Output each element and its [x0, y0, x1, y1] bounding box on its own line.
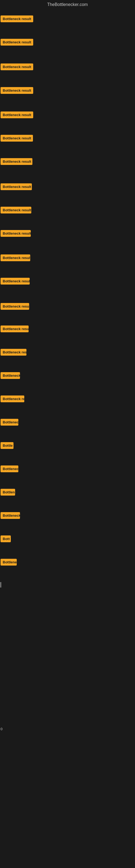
bottleneck-item: Bottleneck result	[1, 16, 33, 23]
bottleneck-badge: Bottleneck result	[1, 135, 33, 142]
bottleneck-item: Bottleneck result	[1, 207, 31, 215]
bottleneck-badge: Bottleneck result	[1, 63, 33, 70]
bottleneck-item: Bottlene	[1, 559, 17, 567]
cursor-line	[1, 582, 1, 588]
bottleneck-badge: Bottlenec	[1, 419, 18, 426]
bottleneck-item: Bottlen	[1, 489, 15, 497]
bottleneck-badge: Bottleneck result	[1, 278, 30, 284]
bottleneck-item: Bottleneck result	[1, 183, 32, 191]
bottleneck-item: Bottle	[1, 442, 13, 450]
bottleneck-item: Bottleneck result	[1, 230, 31, 238]
bottleneck-badge: Bott	[1, 535, 11, 542]
bottleneck-item: Bottlenec	[1, 465, 18, 473]
bottleneck-item: Bottleneck result	[1, 158, 32, 166]
bottleneck-badge: Bottleneck result	[1, 16, 33, 22]
bottleneck-badge: Bottleneck resu	[1, 349, 27, 355]
bottleneck-item: Bottleneck result	[1, 278, 30, 286]
bottleneck-item: Bottleneck result	[1, 135, 33, 143]
bottleneck-badge: Bottleneck result	[1, 39, 33, 45]
bottleneck-item: Bottleneck result	[1, 63, 33, 71]
bottleneck-badge: Bottleneck result	[1, 254, 30, 261]
bottleneck-item: Bott	[1, 535, 11, 543]
bottleneck-item: Bottleneck	[1, 372, 20, 380]
bottleneck-item: Bottleneck result	[1, 326, 29, 333]
bottleneck-badge: Bottleneck result	[1, 207, 31, 214]
bottleneck-item: Bottleneck result	[1, 112, 33, 119]
bottleneck-badge: Bottleneck	[1, 372, 20, 379]
bottleneck-badge: Bottleneck	[1, 512, 20, 519]
bottleneck-badge: Bottlene	[1, 559, 17, 565]
bottleneck-item: Bottleneck re	[1, 396, 24, 403]
bottleneck-badge: Bottleneck result	[1, 112, 33, 118]
site-title: TheBottlenecker.com	[0, 0, 135, 10]
bottleneck-badge: Bottleneck result	[1, 158, 32, 165]
bottleneck-badge: Bottleneck result	[1, 326, 29, 332]
bottleneck-item: Bottlenec	[1, 419, 18, 427]
bottleneck-item: Bottleneck resu	[1, 349, 27, 357]
bottleneck-badge: Bottlenec	[1, 465, 18, 472]
bottleneck-item: Bottleneck result	[1, 87, 33, 95]
bottleneck-item: Bottleneck result	[1, 254, 30, 262]
bottleneck-badge: Bottleneck result	[1, 230, 31, 237]
bottleneck-badge: Bottleneck result	[1, 303, 29, 310]
single-char-label: 0	[1, 727, 2, 731]
bottleneck-item: Bottleneck result	[1, 39, 33, 46]
bottleneck-badge: Bottleneck result	[1, 87, 33, 94]
bottleneck-badge: Bottleneck result	[1, 183, 32, 190]
page-container: TheBottlenecker.com Bottleneck resultBot…	[0, 0, 135, 868]
bottleneck-badge: Bottleneck re	[1, 396, 24, 402]
bottleneck-badge: Bottlen	[1, 489, 15, 496]
bottleneck-item: Bottleneck result	[1, 303, 29, 311]
bottleneck-badge: Bottle	[1, 442, 13, 449]
bottleneck-item: Bottleneck	[1, 512, 20, 520]
